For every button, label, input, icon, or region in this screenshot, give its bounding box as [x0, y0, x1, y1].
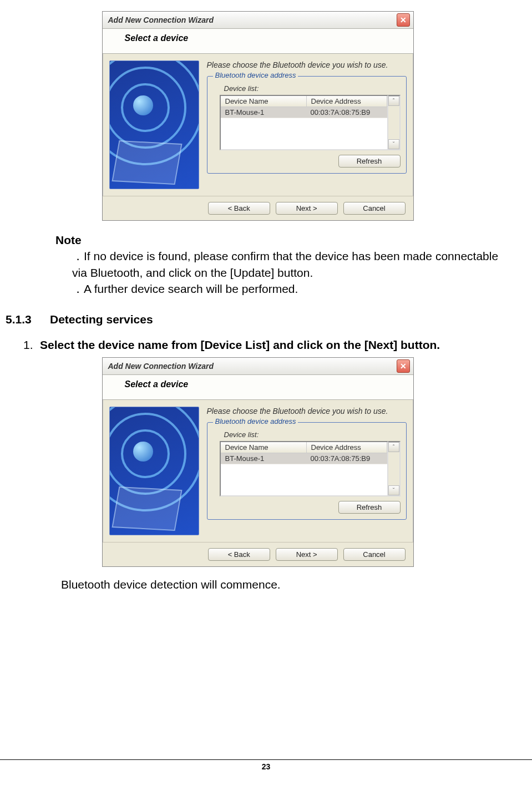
dialog-subtitle: Select a device — [103, 375, 413, 400]
dialog-title: Add New Connection Wizard — [108, 16, 214, 24]
list-header: Device Name Device Address — [221, 442, 387, 453]
step-line: 1. Select the device name from [Device L… — [23, 338, 510, 352]
cancel-button[interactable]: Cancel — [343, 202, 406, 215]
table-row[interactable]: BT-Mouse-1 00:03:7A:08:75:B9 — [221, 453, 387, 464]
col-header-name: Device Name — [221, 96, 307, 107]
table-row[interactable]: BT-Mouse-1 00:03:7A:08:75:B9 — [221, 107, 387, 118]
scrollbar[interactable]: ˆ ˇ — [388, 95, 401, 150]
device-list[interactable]: Device Name Device Address BT-Mouse-1 00… — [220, 95, 388, 150]
row-device-name: BT-Mouse-1 — [221, 453, 306, 464]
device-address-group: Bluetooth device address Device list: De… — [207, 422, 407, 520]
device-address-group: Bluetooth device address Device list: De… — [207, 76, 407, 174]
col-header-address: Device Address — [307, 96, 387, 107]
scroll-up-icon[interactable]: ˆ — [388, 96, 399, 106]
wizard-dialog-1: Add New Connection Wizard ✕ Select a dev… — [102, 11, 414, 221]
wizard-illustration — [109, 407, 199, 535]
col-header-address: Device Address — [307, 442, 387, 453]
list-header: Device Name Device Address — [221, 96, 387, 107]
scroll-down-icon[interactable]: ˇ — [388, 485, 399, 495]
row-device-address: 00:03:7A:08:75:B9 — [306, 107, 387, 118]
device-list[interactable]: Device Name Device Address BT-Mouse-1 00… — [220, 441, 388, 496]
dialog-subtitle: Select a device — [103, 29, 413, 54]
button-row: < Back Next > Cancel — [103, 196, 413, 220]
close-icon[interactable]: ✕ — [397, 359, 410, 373]
close-icon[interactable]: ✕ — [397, 13, 410, 27]
back-button[interactable]: < Back — [208, 202, 270, 215]
wizard-dialog-2: Add New Connection Wizard ✕ Select a dev… — [102, 357, 414, 567]
row-device-name: BT-Mouse-1 — [221, 107, 306, 118]
refresh-button[interactable]: Refresh — [338, 155, 401, 168]
titlebar: Add New Connection Wizard ✕ — [103, 358, 413, 375]
titlebar: Add New Connection Wizard ✕ — [103, 12, 413, 29]
instruction-text: Please choose the Bluetooth device you w… — [207, 60, 407, 69]
note-block: Note ．If no device is found, please conf… — [55, 232, 510, 297]
next-button[interactable]: Next > — [276, 202, 338, 215]
group-label: Bluetooth device address — [213, 71, 298, 79]
scrollbar[interactable]: ˆ ˇ — [388, 441, 401, 496]
col-header-name: Device Name — [221, 442, 307, 453]
tail-text: Bluetooth device detection will commence… — [61, 578, 510, 591]
page-footer: 23 — [0, 759, 532, 771]
device-list-label: Device list: — [224, 84, 401, 93]
device-list-label: Device list: — [224, 430, 401, 439]
note-item: ．A further device search will be perform… — [72, 281, 510, 297]
scroll-down-icon[interactable]: ˇ — [388, 139, 399, 149]
note-item: ．If no device is found, please confirm t… — [72, 248, 510, 281]
step-number: 1. — [23, 338, 40, 352]
scroll-up-icon[interactable]: ˆ — [388, 442, 399, 452]
section-title: Detecting services — [50, 313, 153, 326]
back-button[interactable]: < Back — [208, 548, 270, 561]
section-heading: 5.1.3 Detecting services — [6, 313, 510, 326]
refresh-button[interactable]: Refresh — [338, 501, 401, 514]
note-heading: Note — [55, 232, 510, 248]
cancel-button[interactable]: Cancel — [343, 548, 406, 561]
button-row: < Back Next > Cancel — [103, 542, 413, 566]
wizard-illustration — [109, 60, 199, 189]
page-number: 23 — [262, 762, 271, 771]
instruction-text: Please choose the Bluetooth device you w… — [207, 407, 407, 415]
group-label: Bluetooth device address — [213, 417, 298, 425]
dialog-title: Add New Connection Wizard — [108, 362, 214, 371]
section-number: 5.1.3 — [6, 313, 50, 326]
step-text: Select the device name from [Device List… — [40, 338, 510, 352]
next-button[interactable]: Next > — [276, 548, 338, 561]
row-device-address: 00:03:7A:08:75:B9 — [306, 453, 387, 464]
